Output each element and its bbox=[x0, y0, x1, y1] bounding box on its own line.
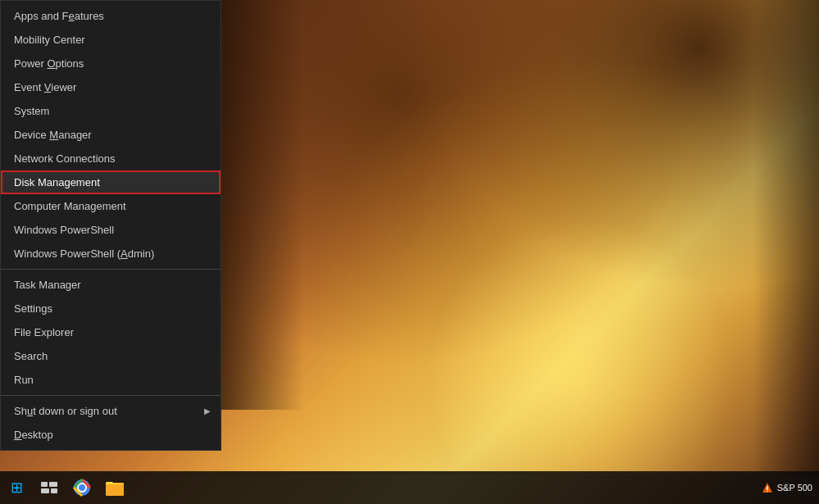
taskbar: ⊞ bbox=[0, 471, 819, 504]
menu-item-windows-powershell[interactable]: Windows PowerShell bbox=[1, 218, 221, 242]
menu-item-label: Windows PowerShell (Admin) bbox=[14, 247, 154, 260]
menu-item-system[interactable]: System bbox=[1, 99, 221, 123]
menu-item-power-options[interactable]: Power Options bbox=[1, 52, 221, 75]
menu-item-label: Task Manager bbox=[14, 279, 81, 291]
menu-item-shutdown[interactable]: Shut down or sign out bbox=[1, 399, 221, 423]
menu-item-label: Desktop bbox=[14, 429, 53, 441]
menu-item-label: Windows PowerShell bbox=[14, 224, 114, 236]
menu-item-task-manager[interactable]: Task Manager bbox=[1, 273, 221, 297]
context-menu: Apps and Features Mobility Center Power … bbox=[0, 0, 221, 451]
menu-item-label: File Explorer bbox=[14, 326, 74, 338]
menu-item-apps-features[interactable]: Apps and Features bbox=[1, 4, 221, 28]
stock-up-icon bbox=[761, 481, 774, 494]
tree-silhouette-right bbox=[753, 0, 819, 475]
file-explorer-icon bbox=[106, 479, 124, 496]
menu-item-label: System bbox=[14, 105, 49, 117]
menu-item-windows-powershell-admin[interactable]: Windows PowerShell (Admin) bbox=[1, 242, 221, 266]
menu-item-label: Run bbox=[14, 374, 34, 386]
menu-item-mobility-center[interactable]: Mobility Center bbox=[1, 28, 221, 52]
menu-item-search[interactable]: Search bbox=[1, 344, 221, 368]
menu-item-file-explorer[interactable]: File Explorer bbox=[1, 320, 221, 344]
menu-item-disk-management[interactable]: Disk Management bbox=[1, 170, 221, 194]
menu-item-label: Shut down or sign out bbox=[14, 405, 117, 417]
start-button[interactable]: ⊞ bbox=[2, 473, 31, 502]
menu-item-desktop[interactable]: Desktop bbox=[1, 423, 221, 447]
menu-item-computer-management[interactable]: Computer Management bbox=[1, 194, 221, 218]
menu-item-label: Power Options bbox=[14, 57, 84, 70]
menu-item-label: Disk Management bbox=[14, 176, 100, 188]
svg-point-10 bbox=[767, 491, 768, 493]
task-view-button[interactable] bbox=[34, 473, 64, 502]
menu-separator-2 bbox=[1, 395, 221, 396]
task-view-icon bbox=[41, 482, 57, 493]
svg-rect-1 bbox=[49, 482, 57, 487]
menu-item-settings[interactable]: Settings bbox=[1, 297, 221, 320]
taskbar-system-tray: S&P 500 bbox=[761, 481, 819, 494]
desktop-overlay bbox=[221, 0, 819, 475]
menu-item-label: Mobility Center bbox=[14, 34, 85, 46]
menu-item-run[interactable]: Run bbox=[1, 368, 221, 392]
svg-rect-3 bbox=[51, 488, 57, 493]
stock-label: S&P 500 bbox=[777, 483, 812, 493]
menu-item-label: Device Manager bbox=[14, 129, 92, 141]
file-explorer-taskbar-icon[interactable] bbox=[100, 473, 130, 502]
chrome-taskbar-icon[interactable] bbox=[67, 473, 97, 502]
svg-rect-0 bbox=[41, 482, 48, 487]
tree-silhouette-left bbox=[221, 0, 303, 410]
menu-item-event-viewer[interactable]: Event Viewer bbox=[1, 75, 221, 99]
svg-rect-7 bbox=[106, 483, 124, 496]
menu-item-label: Apps and Features bbox=[14, 10, 104, 22]
windows-logo-icon: ⊞ bbox=[11, 479, 23, 497]
menu-item-label: Event Viewer bbox=[14, 81, 76, 93]
chrome-icon bbox=[72, 478, 92, 497]
stock-ticker: S&P 500 bbox=[761, 481, 812, 494]
menu-item-label: Computer Management bbox=[14, 200, 126, 212]
menu-separator-1 bbox=[1, 269, 221, 270]
menu-item-device-manager[interactable]: Device Manager bbox=[1, 123, 221, 147]
svg-rect-2 bbox=[41, 488, 49, 493]
menu-item-label: Search bbox=[14, 350, 48, 362]
menu-item-label: Network Connections bbox=[14, 152, 116, 165]
menu-item-network-connections[interactable]: Network Connections bbox=[1, 147, 221, 170]
svg-point-6 bbox=[79, 484, 85, 491]
menu-item-label: Settings bbox=[14, 302, 52, 315]
